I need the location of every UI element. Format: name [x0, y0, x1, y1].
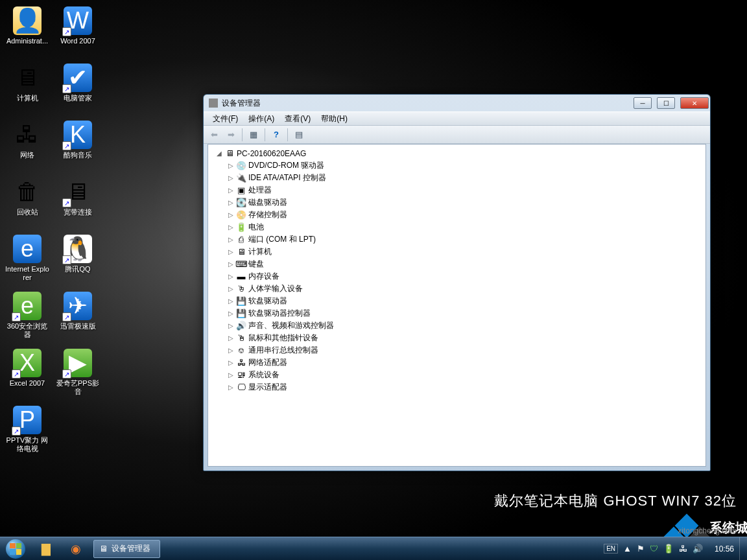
tree-node[interactable]: ▷💾软盘驱动器	[209, 295, 704, 307]
tree-node[interactable]: ▷▣处理器	[209, 184, 704, 196]
desktop-icon-8[interactable]: eInternet Explorer	[4, 232, 51, 288]
app-icon: e	[13, 235, 42, 263]
desktop-icon-3[interactable]: ✔↗电脑管家	[54, 61, 101, 117]
device-category-icon: 🔋	[235, 222, 247, 233]
pinned-mediaplayer[interactable]: ◉	[62, 539, 90, 559]
tree-node[interactable]: ▷💾软盘驱动器控制器	[209, 307, 704, 320]
desktop-icon-4[interactable]: 🖧网络	[4, 118, 51, 174]
tray-chevron-icon[interactable]: ▲	[623, 544, 632, 554]
tree-node[interactable]: ▷🖳系统设备	[209, 369, 704, 381]
tree-node[interactable]: ▷⎙端口 (COM 和 LPT)	[209, 233, 704, 246]
icon-label: 酷狗音乐	[64, 151, 92, 159]
tree-node[interactable]: ▷🖵显示适配器	[209, 381, 704, 393]
desktop-icon-6[interactable]: 🗑回收站	[4, 175, 51, 231]
expand-icon[interactable]: ▷	[226, 211, 235, 218]
expand-icon[interactable]: ▷	[226, 359, 235, 366]
device-category-icon: 💾	[235, 309, 247, 319]
menu-action[interactable]: 操作(A)	[243, 112, 279, 126]
tree-node[interactable]: ▷🖧网络适配器	[209, 356, 704, 369]
desktop-icon-7[interactable]: 🖥↗宽带连接	[54, 175, 101, 231]
language-indicator[interactable]: EN	[604, 544, 618, 554]
taskbar-task-devmgr[interactable]: 🖥 设备管理器	[93, 540, 160, 558]
tree-node[interactable]: ▷🖥计算机	[209, 246, 704, 258]
icon-label: 迅雷极速版	[60, 322, 96, 331]
folder-icon: ▇	[42, 542, 51, 556]
tree-node[interactable]: ▷⌨键盘	[209, 258, 704, 270]
device-category-icon: ⎊	[235, 345, 247, 356]
menu-help[interactable]: 帮助(H)	[316, 112, 353, 126]
expand-icon[interactable]: ▷	[226, 187, 235, 194]
show-hidden-button[interactable]: ▦	[246, 128, 261, 142]
app-icon: ✔↗	[64, 64, 92, 92]
tree-node[interactable]: ▷🖰人体学输入设备	[209, 283, 704, 295]
tree-node[interactable]: ▷🔋电池	[209, 221, 704, 233]
tray-network-icon[interactable]: 🖧	[679, 544, 687, 554]
expand-icon[interactable]: ▷	[226, 199, 235, 206]
expand-icon[interactable]: ▷	[226, 285, 235, 292]
expand-icon[interactable]: ▷	[226, 384, 235, 391]
tree-node[interactable]: ▷📀存储控制器	[209, 209, 704, 221]
expand-icon[interactable]: ▷	[226, 162, 235, 169]
tray-battery-icon[interactable]: 🔋	[663, 544, 674, 554]
show-desktop-button[interactable]	[739, 537, 747, 561]
expand-icon[interactable]: ▷	[226, 248, 235, 255]
tree-root[interactable]: ◢🖥PC-20160620EAAG	[209, 147, 704, 159]
help-button[interactable]: ?	[268, 128, 284, 142]
expand-icon[interactable]: ▷	[226, 224, 235, 231]
icon-label: 360安全浏览器	[5, 322, 50, 339]
expand-icon[interactable]: ▷	[226, 174, 235, 181]
expand-icon[interactable]: ▷	[226, 371, 235, 379]
start-button[interactable]	[0, 537, 31, 561]
expand-icon[interactable]: ▷	[226, 347, 235, 354]
tree-view[interactable]: ◢🖥PC-20160620EAAG▷💿DVD/CD-ROM 驱动器▷🔌IDE A…	[208, 144, 706, 467]
tree-node[interactable]: ▷⎊通用串行总线控制器	[209, 344, 704, 356]
pinned-explorer[interactable]: ▇	[32, 539, 60, 559]
expand-icon[interactable]: ▷	[226, 261, 235, 268]
tree-node-label: 端口 (COM 和 LPT)	[248, 234, 316, 245]
tree-node[interactable]: ▷💿DVD/CD-ROM 驱动器	[209, 159, 704, 172]
app-icon: 👤	[13, 6, 42, 35]
tray-flag-icon[interactable]: ⚑	[637, 544, 645, 554]
tree-node[interactable]: ▷🔊声音、视频和游戏控制器	[209, 320, 704, 332]
desktop-icon-0[interactable]: 👤Administrat...	[4, 4, 51, 60]
titlebar[interactable]: 设备管理器 ─ ☐ ✕	[204, 95, 710, 111]
tray-volume-icon[interactable]: 🔊	[693, 544, 703, 554]
menu-file[interactable]: 文件(F)	[208, 112, 243, 126]
minimize-button[interactable]: ─	[634, 97, 652, 109]
expand-icon[interactable]: ▷	[226, 322, 235, 329]
icon-label: 计算机	[17, 94, 38, 102]
expand-icon[interactable]: ▷	[226, 298, 235, 305]
desktop-icon-1[interactable]: W↗Word 2007	[54, 4, 101, 60]
tree-node[interactable]: ▷🖱鼠标和其他指针设备	[209, 332, 704, 344]
desktop-icon-13[interactable]: ▶↗爱奇艺PPS影音	[54, 346, 101, 402]
device-category-icon: 🖳	[235, 370, 247, 380]
desktop-icon-14[interactable]: P↗PPTV聚力 网络电视	[4, 403, 51, 459]
close-button[interactable]: ✕	[680, 97, 709, 109]
desktop-icon-2[interactable]: 🖥计算机	[4, 61, 51, 117]
tree-node-label: 通用串行总线控制器	[248, 345, 318, 356]
expand-icon[interactable]: ▷	[226, 273, 235, 280]
tree-node[interactable]: ▷▬内存设备	[209, 270, 704, 283]
icon-label: 爱奇艺PPS影音	[55, 379, 101, 396]
tree-node-label: 键盘	[248, 259, 264, 270]
desktop-icon-5[interactable]: K↗酷狗音乐	[54, 118, 101, 174]
expand-icon[interactable]: ▷	[226, 334, 235, 342]
taskbar-clock[interactable]: 10:56	[709, 544, 739, 554]
icon-label: PPTV聚力 网络电视	[5, 436, 50, 453]
tree-node[interactable]: ▷🔌IDE ATA/ATAPI 控制器	[209, 172, 704, 184]
desktop-icon-12[interactable]: X↗Excel 2007	[4, 346, 51, 402]
desktop-icon-9[interactable]: 🐧↗腾讯QQ	[54, 232, 101, 288]
collapse-icon[interactable]: ◢	[215, 150, 224, 157]
icon-label: Administrat...	[6, 37, 48, 45]
properties-button[interactable]: ▤	[291, 128, 307, 142]
expand-icon[interactable]: ▷	[226, 310, 235, 317]
expand-icon[interactable]: ▷	[226, 236, 235, 243]
tree-node[interactable]: ▷💽磁盘驱动器	[209, 196, 704, 209]
menu-view[interactable]: 查看(V)	[279, 112, 316, 126]
desktop-icon-11[interactable]: ✈↗迅雷极速版	[54, 289, 101, 345]
maximize-button[interactable]: ☐	[657, 97, 675, 109]
tree-node-label: 内存设备	[248, 271, 279, 282]
tree-node-label: DVD/CD-ROM 驱动器	[248, 160, 324, 171]
desktop-icon-10[interactable]: e↗360安全浏览器	[4, 289, 51, 345]
tray-shield-icon[interactable]: 🛡	[650, 544, 658, 554]
